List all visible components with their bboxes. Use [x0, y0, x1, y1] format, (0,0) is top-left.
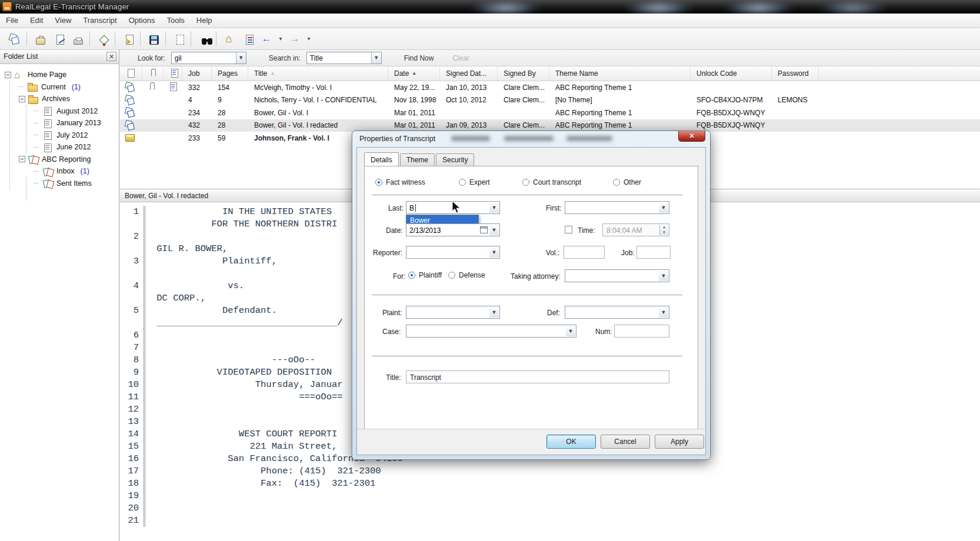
- find-button[interactable]: [194, 30, 213, 48]
- new-transcript-button[interactable]: [5, 30, 24, 48]
- chevron-down-icon[interactable]: ▼: [489, 247, 499, 258]
- defense-radio[interactable]: Defense: [448, 271, 485, 279]
- column-header-theme-name[interactable]: Theme Name: [549, 66, 691, 81]
- collapse-icon[interactable]: [19, 156, 25, 162]
- preview-button[interactable]: [169, 30, 188, 48]
- find-now-button[interactable]: Find Now: [404, 54, 434, 62]
- taking-attorney-label: Taking attorney:: [511, 272, 561, 280]
- sidebar-item-abc-reporting[interactable]: ABC Reporting: [0, 153, 119, 166]
- spinner-icon[interactable]: ▲▼: [659, 225, 668, 235]
- apply-button[interactable]: Apply: [655, 435, 704, 449]
- save-button[interactable]: [144, 30, 162, 48]
- table-row[interactable]: 49Nichols, Terry - Vol. I - CONFIDENTIAL…: [120, 94, 980, 107]
- column-header-job[interactable]: Job: [182, 66, 212, 81]
- cell-pages: 28: [212, 121, 248, 129]
- sidebar-item-inbox[interactable]: Inbox(1): [0, 165, 119, 178]
- chevron-down-icon[interactable]: ▼: [566, 326, 575, 336]
- sidebar-item-current[interactable]: Current(1): [0, 81, 119, 93]
- reporter-combobox[interactable]: ▼: [406, 246, 500, 259]
- table-row[interactable]: 43228Bower, Gil - Vol. I redactedMar 01,…: [120, 119, 980, 132]
- menu-item-tools[interactable]: Tools: [161, 14, 190, 25]
- edit-transcript-button[interactable]: [49, 30, 68, 48]
- cell-pages: 9: [212, 96, 248, 104]
- column-header-unlock-code[interactable]: Unlock Code: [691, 66, 772, 81]
- tab-details[interactable]: Details: [364, 152, 399, 166]
- column-header-title[interactable]: Title▲: [248, 66, 388, 81]
- sidebar-item-archives[interactable]: Archives: [0, 93, 119, 105]
- cancel-button[interactable]: Cancel: [601, 435, 650, 449]
- title-field[interactable]: Transcript: [406, 370, 669, 383]
- chevron-down-icon[interactable]: ▼: [659, 307, 668, 318]
- sidebar-item-july-2012[interactable]: July 2012: [0, 129, 119, 142]
- collapse-icon[interactable]: [5, 72, 11, 78]
- sidebar-item-home-page[interactable]: ⌂Home Page: [0, 69, 119, 81]
- menu-item-file[interactable]: File: [0, 14, 24, 25]
- column-header-signed-dat[interactable]: Signed Dat...: [440, 66, 498, 81]
- print-button[interactable]: [68, 30, 86, 48]
- home-button[interactable]: ⌂: [219, 30, 238, 48]
- table-row[interactable]: 332154McVeigh, Timothy - Vol. IMay 22, 1…: [120, 81, 980, 94]
- column-header-clip[interactable]: [142, 66, 164, 81]
- line-text: IN THE UNITED STATES: [144, 206, 332, 218]
- collapse-icon[interactable]: [19, 96, 25, 102]
- menu-item-edit[interactable]: Edit: [24, 14, 49, 25]
- icon-cell: [164, 82, 182, 93]
- menu-item-options[interactable]: Options: [123, 14, 161, 25]
- vol-field[interactable]: [564, 246, 605, 259]
- sidebar-item-june-2012[interactable]: June 2012: [0, 141, 119, 153]
- import-document-button[interactable]: [118, 30, 137, 48]
- column-header-signed-by[interactable]: Signed By: [498, 66, 549, 81]
- column-header-sig[interactable]: [164, 66, 182, 81]
- def-combobox[interactable]: ▼: [565, 306, 669, 319]
- back-button[interactable]: ←: [257, 30, 276, 48]
- column-header-pages[interactable]: Pages: [212, 66, 248, 81]
- menu-item-transcript[interactable]: Transcript: [77, 14, 122, 25]
- fact-witness-radio[interactable]: Fact witness: [375, 178, 425, 186]
- close-icon[interactable]: ✕: [106, 52, 116, 61]
- back-options-button[interactable]: ▾: [276, 30, 285, 48]
- plaint-combobox[interactable]: ▼: [406, 306, 500, 319]
- attach-certificate-button[interactable]: [93, 30, 112, 48]
- close-icon[interactable]: ✕: [678, 131, 705, 142]
- manage-list-button[interactable]: [238, 30, 257, 48]
- open-case-button[interactable]: [30, 30, 49, 48]
- forward-options-button[interactable]: ▾: [304, 30, 314, 48]
- case-combobox[interactable]: ▼: [406, 325, 576, 338]
- column-header-doc[interactable]: [120, 66, 142, 81]
- chevron-down-icon[interactable]: ▼: [489, 202, 499, 213]
- look-for-combobox[interactable]: gil ▼: [171, 52, 246, 64]
- taking-attorney-combobox[interactable]: ▼: [565, 269, 669, 282]
- chevron-down-icon[interactable]: ▼: [489, 307, 499, 318]
- chevron-down-icon[interactable]: ▼: [371, 52, 381, 64]
- search-in-combobox[interactable]: Title ▼: [306, 52, 382, 64]
- chevron-down-icon[interactable]: ▼: [489, 225, 499, 235]
- court-transcript-radio[interactable]: Court transcript: [522, 178, 581, 186]
- num-field[interactable]: [614, 325, 669, 338]
- chevron-down-icon[interactable]: ▼: [659, 270, 668, 281]
- column-header-password[interactable]: Password: [772, 66, 819, 81]
- forward-button[interactable]: →: [285, 30, 304, 48]
- table-row[interactable]: 23428Bower, Gil - Vol. IMar 01, 2011ABC …: [120, 106, 980, 119]
- page-icon: [43, 119, 54, 128]
- first-name-combobox[interactable]: ▼: [565, 201, 669, 214]
- chevron-down-icon[interactable]: ▼: [236, 52, 246, 64]
- sidebar-item-sent-items[interactable]: Sent Items: [0, 178, 119, 190]
- sidebar-item-august-2012[interactable]: August 2012: [0, 105, 119, 118]
- expert-radio[interactable]: Expert: [459, 178, 490, 186]
- plaintiff-radio[interactable]: Plaintiff: [408, 271, 442, 279]
- dialog-titlebar[interactable]: Properties of Transcript ✕: [352, 131, 710, 147]
- ok-button[interactable]: OK: [546, 435, 596, 449]
- column-header-date[interactable]: Date▲: [388, 66, 440, 81]
- menu-item-help[interactable]: Help: [191, 14, 218, 25]
- tab-security[interactable]: Security: [436, 153, 474, 167]
- date-field[interactable]: 2/13/2013 ▼: [406, 223, 500, 236]
- clear-button[interactable]: Clear: [452, 54, 469, 62]
- chevron-down-icon[interactable]: ▼: [659, 202, 668, 213]
- other-radio[interactable]: Other: [613, 178, 641, 186]
- title-field-label: Title:: [386, 373, 401, 382]
- sidebar-item-january-2013[interactable]: January 2013: [0, 117, 119, 129]
- tab-theme[interactable]: Theme: [400, 153, 435, 167]
- time-checkbox[interactable]: [565, 226, 572, 233]
- menu-item-view[interactable]: View: [49, 14, 77, 25]
- job-field[interactable]: [636, 246, 671, 259]
